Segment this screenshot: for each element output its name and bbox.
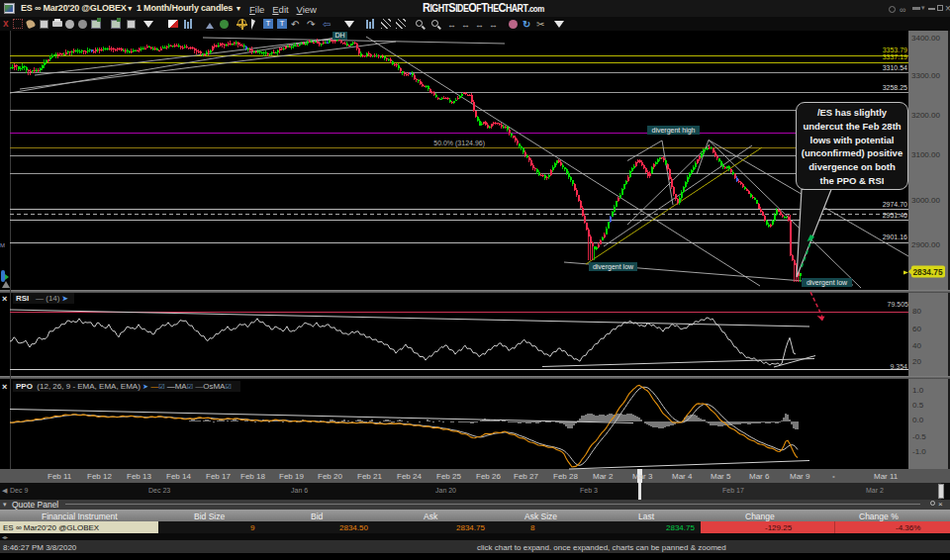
svg-text:2834.75: 2834.75 — [913, 267, 943, 277]
